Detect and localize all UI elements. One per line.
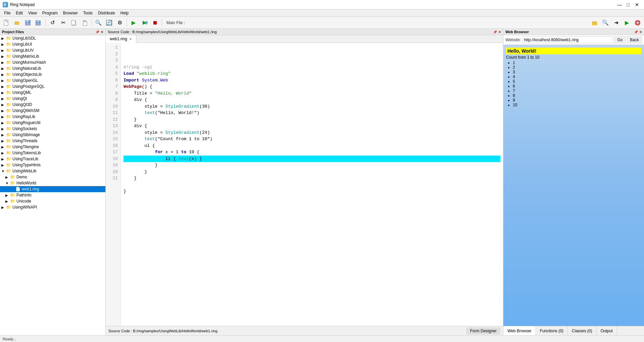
right-tab-functions[interactable]: Functions (0) [536, 326, 568, 335]
svg-point-21 [145, 21, 148, 24]
tab-close-icon[interactable]: ✕ [129, 37, 132, 41]
tree-item-web1ring[interactable]: 📄web1.ring [0, 186, 105, 192]
menu-browser[interactable]: Browser [60, 10, 81, 16]
tree-item-Unicode[interactable]: ▶📁Unicode [0, 198, 105, 204]
line-num-7: 7 [108, 83, 118, 90]
undo-button[interactable]: ↺ [47, 18, 57, 28]
tree-item-UsingMatrixLib[interactable]: ▶📁UsingMatrixLib [0, 53, 105, 59]
code-content[interactable]: #!ring -cgiLoad "weblib.ring"Import Syst… [121, 43, 503, 326]
folder-icon-UsingQt: 📁 [6, 96, 11, 101]
tree-item-HelloWorld[interactable]: ▼📁HelloWorld [0, 180, 105, 186]
play-button[interactable]: ▶ [622, 18, 632, 28]
tree-item-UsingMurmurHash[interactable]: ▶📁UsingMurmurHash [0, 59, 105, 65]
tree-item-UsingRogueUtil[interactable]: ▶📁UsingRogueUtil [0, 120, 105, 126]
stop-button[interactable]: ⏹ [150, 18, 160, 28]
tree-item-UsingQt[interactable]: ▶📁UsingQt [0, 96, 105, 102]
tab-label: web1.ring [110, 37, 127, 41]
code-editor[interactable]: 123456789101112131415161718192021 #!ring… [106, 43, 503, 326]
forward-button[interactable]: ➜ [611, 18, 621, 28]
tab-web1ring[interactable]: web1.ring ✕ [106, 35, 136, 43]
tree-item-UsingTilengine[interactable]: ▶📁UsingTilengine [0, 144, 105, 150]
save-all-button[interactable] [34, 18, 44, 28]
right-panel-close[interactable]: ✕ [639, 30, 642, 34]
menu-program[interactable]: Program [40, 10, 60, 16]
tree-arrow-UsingLibUV: ▶ [1, 49, 5, 52]
folder-icon-UsingNaturalLib: 📁 [6, 66, 11, 71]
project-tree: ▶📁UsingLibSDL▶📁UsingLibUI▶📁UsingLibUV▶📁U… [0, 35, 105, 335]
browser-content: Hello, World! Count from 1 to 10 1234567… [503, 45, 644, 326]
tree-item-UsingLibSDL[interactable]: ▶📁UsingLibSDL [0, 35, 105, 41]
copy-button[interactable] [69, 18, 79, 28]
maximize-button[interactable]: □ [624, 1, 633, 8]
folder-button-right[interactable] [590, 18, 600, 28]
tree-item-UsingStbImage[interactable]: ▶📁UsingStbImage [0, 132, 105, 138]
right-tab-web-browser[interactable]: Web Browser [503, 326, 536, 335]
svg-rect-24 [592, 21, 594, 22]
form-designer-button[interactable]: Form Designer [466, 328, 500, 334]
tree-item-UsingWINAPI[interactable]: ▶📁UsingWINAPI [0, 204, 105, 210]
svg-rect-8 [14, 22, 19, 25]
tree-item-UsingTokensLib[interactable]: ▶📁UsingTokensLib [0, 150, 105, 156]
menu-edit[interactable]: Edit [13, 10, 26, 16]
folder-icon-UsingObjectsLib: 📁 [6, 72, 11, 77]
panel-pin-button[interactable]: 📌 [95, 30, 99, 34]
right-tab-output[interactable]: Output [597, 326, 617, 335]
tree-item-UsingQtWASM[interactable]: ▶📁UsingQtWASM [0, 108, 105, 114]
app-title: Ring Notepad [10, 2, 35, 7]
tree-item-UsingPostgreSQL[interactable]: ▶📁UsingPostgreSQL [0, 83, 105, 90]
right-panel: Web Browser 📌 ✕ Website: Go Back Hello, … [503, 29, 644, 335]
tree-arrow-Demo: ▶ [5, 175, 9, 179]
run-web-button[interactable] [139, 18, 149, 28]
code-line-18: } [123, 175, 500, 182]
minimize-button[interactable]: — [615, 1, 624, 8]
right-panel-pin[interactable]: 📌 [634, 30, 638, 34]
center-panel-close[interactable]: ✕ [498, 30, 501, 34]
tree-item-UsingNaturalLib[interactable]: ▶📁UsingNaturalLib [0, 65, 105, 71]
build-button[interactable] [633, 18, 643, 28]
menu-file[interactable]: File [1, 10, 13, 16]
close-button[interactable]: ✕ [633, 1, 641, 8]
tree-item-UsingRayLib[interactable]: ▶📁UsingRayLib [0, 114, 105, 120]
line-num-10: 10 [108, 103, 118, 110]
back-button[interactable]: Back [627, 37, 642, 43]
folder-icon-UsingLibUV: 📁 [6, 48, 11, 53]
run-button[interactable]: ▶ [129, 18, 139, 28]
browser-url-input[interactable] [522, 37, 613, 43]
menu-view[interactable]: View [26, 10, 40, 16]
find-button[interactable]: 🔍 [93, 18, 103, 28]
tree-item-Demo[interactable]: ▶📁Demo [0, 174, 105, 180]
tree-item-UsingOpenGL[interactable]: ▶📁UsingOpenGL [0, 77, 105, 83]
center-panel-pin[interactable]: 📌 [493, 30, 497, 34]
new-button[interactable] [1, 18, 11, 28]
menu-help[interactable]: Help [118, 10, 132, 16]
svg-rect-27 [636, 22, 639, 23]
toolbar-sep-4 [162, 19, 162, 27]
code-line-13: ul { [123, 142, 500, 149]
settings-button[interactable]: ⚙ [115, 18, 125, 28]
open-button[interactable] [12, 18, 22, 28]
tree-item-UsingSockets[interactable]: ▶📁UsingSockets [0, 126, 105, 132]
menu-tools[interactable]: Tools [81, 10, 95, 16]
tree-item-UsingQt3D[interactable]: ▶📁UsingQt3D [0, 102, 105, 108]
tree-item-UsingTraceLib[interactable]: ▶📁UsingTraceLib [0, 156, 105, 162]
tree-item-UsingObjectsLib[interactable]: ▶📁UsingObjectsLib [0, 71, 105, 77]
tree-item-UsingTypeHints[interactable]: ▶📁UsingTypeHints [0, 162, 105, 168]
tree-item-UsingLibUI[interactable]: ▶📁UsingLibUI [0, 41, 105, 47]
search-button[interactable]: 🔍 [600, 18, 610, 28]
line-num-5: 5 [108, 70, 118, 77]
refresh-button[interactable]: 🔄 [104, 18, 114, 28]
tree-item-PathInfo[interactable]: ▶📁PathInfo [0, 192, 105, 198]
right-tab-classes[interactable]: Classes (0) [568, 326, 597, 335]
tree-item-UsingThreads[interactable]: ▶📁UsingThreads [0, 138, 105, 144]
tree-item-UsingLibUV[interactable]: ▶📁UsingLibUV [0, 47, 105, 53]
go-button[interactable]: Go [614, 37, 626, 43]
svg-rect-11 [26, 23, 30, 25]
paste-button[interactable] [80, 18, 90, 28]
tree-item-UsingWebLib[interactable]: ▼📁UsingWebLib [0, 168, 105, 174]
menu-distribute[interactable]: Distribute [95, 10, 118, 16]
tree-item-UsingQML[interactable]: ▶📁UsingQML [0, 90, 105, 96]
save-button[interactable] [23, 18, 33, 28]
code-line-16: } [123, 162, 500, 169]
cut-button[interactable]: ✂ [58, 18, 68, 28]
panel-close-button[interactable]: ✕ [101, 30, 103, 34]
